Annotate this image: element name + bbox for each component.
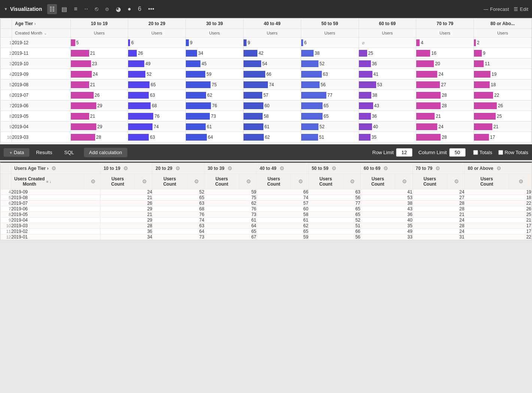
res-users-count-80-gear[interactable]: ⚙ xyxy=(509,174,532,189)
res-uc-30-gear-icon[interactable]: ⚙ xyxy=(246,178,251,184)
table-row: 92019-04 29 74 61 61 52 40 24 xyxy=(1,122,532,132)
res-value-cell: 65 xyxy=(308,206,360,212)
data-tab[interactable]: ▼ Data xyxy=(4,148,29,157)
list-item: 42019-092452596663412419 xyxy=(1,189,532,195)
res-value-cell: 65 xyxy=(308,212,360,218)
res-value-cell: 28 xyxy=(412,201,465,206)
forecast-label: Forecast xyxy=(490,6,509,12)
res-uc-50-gear-icon[interactable]: ⚙ xyxy=(350,178,355,184)
res-users-count-50-gear[interactable]: ⚙ xyxy=(343,174,361,189)
date-cell: 2019-05 xyxy=(12,111,71,122)
row-totals-checkbox-label[interactable]: Row Totals xyxy=(498,150,528,155)
totals-checkbox[interactable] xyxy=(473,150,478,155)
row-totals-checkbox[interactable] xyxy=(498,150,503,155)
value-cell: 51 xyxy=(301,132,359,142)
res-70-gear-icon[interactable]: ⚙ xyxy=(435,165,440,171)
res-40-gear-icon[interactable]: ⚙ xyxy=(279,165,284,171)
created-month-label: Created Month xyxy=(15,31,42,35)
res-age-tier-header[interactable]: Users Age Tier › ⚙ xyxy=(11,163,100,174)
sql-tab[interactable]: SQL xyxy=(59,148,79,157)
more-button[interactable]: ••• xyxy=(146,4,157,14)
number-button[interactable]: 6 xyxy=(136,4,143,14)
value-cell: 26 xyxy=(474,100,532,111)
sort-icon: ⌄ xyxy=(44,31,47,35)
row-limit-input[interactable] xyxy=(396,148,412,157)
res-created-month-gear-icon[interactable]: ⚙ xyxy=(91,178,96,184)
value-cell: 26 xyxy=(128,48,186,58)
totals-checkbox-label[interactable]: Totals xyxy=(473,150,492,155)
res-uc-10-gear-icon[interactable]: ⚙ xyxy=(142,178,147,184)
viz-toolbar: ▼ Visualization ☷ ▤ ≡ ⋅⋅ ⎋ ⌾ ◕ ● 6 xyxy=(0,0,532,18)
data-panel: Users Age Tier › ⚙ 10 to 19 ⚙ 20 to 29 xyxy=(0,162,532,240)
value-cell: 60 xyxy=(243,100,301,111)
add-calculation-button[interactable]: Add calculation xyxy=(84,148,127,157)
res-uc-40-gear-icon[interactable]: ⚙ xyxy=(298,178,303,184)
res-users-count-40-gear[interactable]: ⚙ xyxy=(291,174,309,189)
res-uc-70-gear-icon[interactable]: ⚙ xyxy=(454,178,459,184)
table-view-button[interactable]: ☷ xyxy=(47,4,57,14)
value-cell: 28 xyxy=(416,90,474,100)
col-header-80-above: 80 or Abo... xyxy=(474,19,532,29)
pie-button[interactable]: ◕ xyxy=(114,4,123,14)
res-age-tier-gear-icon[interactable]: ⚙ xyxy=(51,165,56,171)
age-tier-header[interactable]: Age Tier › xyxy=(12,19,71,29)
res-sort-icon: ≡ ↓ xyxy=(46,180,51,184)
age-tier-arrow: › xyxy=(34,21,36,26)
line-button[interactable]: ⎋ xyxy=(93,4,101,14)
res-users-count-30-gear[interactable]: ⚙ xyxy=(239,174,257,189)
value-cell: 9 xyxy=(243,38,301,48)
users-sub-30: Users xyxy=(186,29,244,38)
res-uc-80-gear-icon[interactable]: ⚙ xyxy=(519,178,523,184)
date-cell: 2019-11 xyxy=(12,48,71,58)
res-value-cell: 75 xyxy=(205,195,257,201)
value-cell: 61 xyxy=(243,122,301,132)
res-value-cell: 56 xyxy=(308,195,360,201)
res-value-cell: 64 xyxy=(205,223,257,229)
created-month-header[interactable]: Created Month ⌄ xyxy=(12,29,71,38)
res-created-month-header[interactable]: Users CreatedMonth ≡ ↓ xyxy=(11,174,84,189)
res-date-cell: 2019-09 xyxy=(11,189,100,195)
res-users-count-60-gear[interactable]: ⚙ xyxy=(395,174,413,189)
age-tier-label: Age Tier xyxy=(15,21,33,26)
res-50-gear-icon[interactable]: ⚙ xyxy=(332,165,336,171)
viz-title-text: Visualization xyxy=(10,6,42,12)
res-num-header xyxy=(1,163,11,174)
res-uc-20-gear-icon[interactable]: ⚙ xyxy=(194,178,199,184)
scatter-button[interactable]: ⋅⋅ xyxy=(82,4,90,14)
viz-chevron[interactable]: ▼ xyxy=(4,7,8,11)
edit-button[interactable]: ☰ Edit xyxy=(514,6,528,12)
res-20-gear-icon[interactable]: ⚙ xyxy=(175,165,180,171)
date-cell: 2019-06 xyxy=(12,100,71,111)
pivot-button[interactable]: ≡ xyxy=(72,4,79,14)
sub-row-num-header xyxy=(1,29,12,38)
row-number: 2 xyxy=(1,48,12,58)
res-users-count-10-gear[interactable]: ⚙ xyxy=(135,174,152,189)
res-80-gear-icon[interactable]: ⚙ xyxy=(496,165,501,171)
bar-chart-button[interactable]: ▤ xyxy=(59,4,69,14)
date-cell: 2019-07 xyxy=(12,90,71,100)
res-10-gear-icon[interactable]: ⚙ xyxy=(123,165,128,171)
res-60-gear-icon[interactable]: ⚙ xyxy=(383,165,388,171)
col-limit-input[interactable] xyxy=(449,148,466,157)
forecast-button[interactable]: ⸻ Forecast xyxy=(483,6,509,12)
res-value-cell: 21 xyxy=(465,218,532,223)
map-button[interactable]: ● xyxy=(126,4,134,14)
res-col-40-49-header: 40 to 49 ⚙ xyxy=(257,163,309,174)
value-cell: 28 xyxy=(416,132,474,142)
area-button[interactable]: ⌾ xyxy=(103,4,111,14)
res-users-count-70-gear[interactable]: ⚙ xyxy=(447,174,465,189)
date-cell: 2019-10 xyxy=(12,58,71,69)
value-cell: 27 xyxy=(416,80,474,90)
res-30-gear-icon[interactable]: ⚙ xyxy=(227,165,232,171)
results-tab[interactable]: Results xyxy=(31,148,57,157)
res-created-month-gear[interactable]: ⚙ xyxy=(84,174,100,189)
res-value-cell: 24 xyxy=(412,218,465,223)
res-uc-60-gear-icon[interactable]: ⚙ xyxy=(402,178,407,184)
res-users-count-20-gear[interactable]: ⚙ xyxy=(187,174,205,189)
col-header-40-49: 40 to 49 xyxy=(243,19,301,29)
res-value-cell: 58 xyxy=(257,212,309,218)
res-value-cell: 59 xyxy=(205,189,257,195)
forecast-icon: ⸻ xyxy=(483,6,488,12)
row-limit-label: Row Limit xyxy=(372,150,394,155)
table-row: 22019-11 21 26 34 42 38 25 16 xyxy=(1,48,532,58)
